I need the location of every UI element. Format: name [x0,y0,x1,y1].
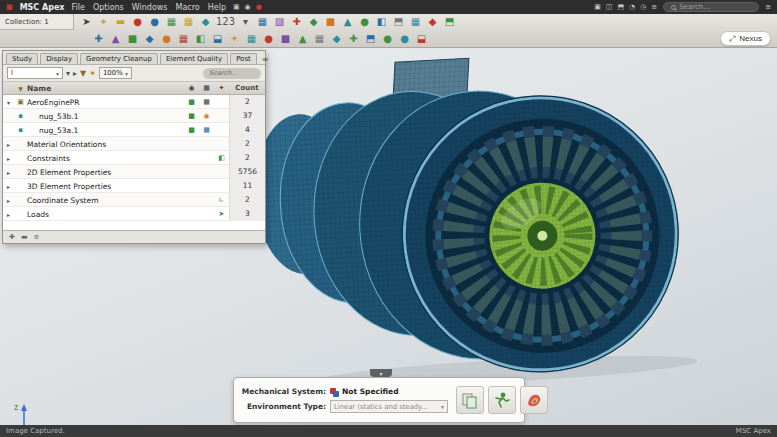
menu-item[interactable]: Windows [132,3,168,12]
numbering-tool-label[interactable]: 123 [216,15,235,29]
blue-box-icon[interactable]: ⬓ [211,32,224,46]
purple-square-icon[interactable]: ■ [279,32,292,46]
green-triangle-icon[interactable]: ▲ [296,32,309,46]
visibility-column-icon[interactable]: ◉ [184,84,199,92]
remove-item-icon[interactable]: ▬ [21,233,28,241]
orange-square-icon[interactable]: ■ [324,15,337,29]
row-badge-1[interactable]: ■ [184,112,199,120]
display-icon[interactable]: ▣ [594,3,601,11]
panel-collapse-handle[interactable]: ▾ [370,369,392,377]
list-icon[interactable]: ≡ [651,3,657,11]
green-diamond-icon[interactable]: ◆ [307,15,320,29]
purple-triangle-icon[interactable]: ▲ [109,32,122,46]
record-icon[interactable]: ● [256,3,262,11]
datum-axes-icon[interactable]: ⌖ [97,15,110,29]
table-row[interactable]: ▸ Coordinate System ∟ 2 [3,193,265,207]
row-expander[interactable]: ▾ [3,99,14,106]
mechanical-system-value[interactable]: Not Specified [342,387,399,396]
row-badge-3[interactable]: ∟ [214,196,229,204]
green-add-icon[interactable]: ✚ [347,32,360,46]
plane-tool-icon[interactable]: ▬ [114,15,127,29]
blue-half-icon[interactable]: ◧ [375,15,388,29]
collection-tab[interactable]: Collection: 1 [0,14,74,30]
row-badge-3[interactable]: ◧ [214,154,229,162]
row-expander[interactable]: ▸ [3,183,14,190]
orange-dot-icon[interactable]: ● [160,32,173,46]
clock-icon[interactable]: ◷ [640,3,646,11]
panel-tab[interactable]: Display [40,53,78,64]
panel-tab[interactable]: Element Quality [160,53,228,64]
expand-all-icon[interactable]: ▾ [66,69,70,78]
funnel-icon[interactable]: ▼ [14,85,27,92]
row-badge-2[interactable]: ▦ [199,98,214,106]
filter-icon[interactable]: ▼ [80,69,86,78]
gray-grid-icon[interactable]: ▦ [313,32,326,46]
pin-icon[interactable]: ✦ [89,69,96,78]
render-column-icon[interactable]: ▦ [199,84,214,92]
gray-box-icon[interactable]: ⬒ [392,15,405,29]
row-badge-2[interactable]: ◉ [199,112,214,120]
screenshot-icon[interactable]: ▣ [233,3,240,11]
color-column-icon[interactable]: ✦ [214,84,229,92]
gold-star-icon[interactable]: ✦ [228,32,241,46]
dropdown-caret-icon[interactable]: ▾ [239,15,252,29]
green-half-icon[interactable]: ◧ [194,32,207,46]
menu-item[interactable]: Macro [176,3,200,12]
blue-cube-icon[interactable]: ⬒ [364,32,377,46]
green-dot-icon[interactable]: ● [381,32,394,46]
teal-grid-icon[interactable]: ▦ [409,15,422,29]
yellow-mesh-icon[interactable]: ▦ [182,15,195,29]
menubar-search-input[interactable]: Search... [663,2,759,12]
panel-menu-icon[interactable]: ≡ [259,55,272,64]
blue-point-icon[interactable]: ● [148,15,161,29]
row-badge-3[interactable]: ➤ [214,210,229,218]
panel-search-input[interactable]: Search... [203,68,261,79]
nexus-button[interactable]: ⤢ Nexus [720,31,771,46]
run-analysis-button[interactable] [488,386,516,414]
row-expander[interactable]: ▸ [3,155,14,162]
environment-type-select[interactable]: Linear (statics and steady... ▾ [330,400,448,413]
blue-add-icon[interactable]: ✚ [92,32,105,46]
row-expander[interactable]: ▸ [3,141,14,148]
teal-diamond-icon[interactable]: ◆ [330,32,343,46]
purple-mesh-icon[interactable]: ▨ [273,15,286,29]
menu-item[interactable]: Options [93,3,124,12]
table-row[interactable]: ▸ 3D Element Properties 11 [3,179,265,193]
table-row[interactable]: ▸ 2D Element Properties 5756 [3,165,265,179]
table-row[interactable]: ▸ Loads ➤ 3 [3,207,265,221]
model-filter-select[interactable]: l ▾ [7,67,63,79]
menu-item[interactable]: File [72,3,85,12]
green-mesh-icon[interactable]: ▦ [165,15,178,29]
layout-icon[interactable]: ◫ [606,3,613,11]
count-column-header[interactable]: Count [229,84,265,92]
blue-diamond-icon[interactable]: ◆ [143,32,156,46]
scenario-settings-button[interactable] [456,386,484,414]
green-square-icon[interactable]: ■ [126,32,139,46]
menu-item[interactable]: Help [208,3,226,12]
panel-tab[interactable]: Post [230,53,257,64]
row-badge-1[interactable]: ■ [184,126,199,134]
red-add-icon[interactable]: ✚ [290,15,303,29]
row-expander[interactable]: ▸ [3,169,14,176]
green-cube-icon[interactable]: ⬒ [443,15,456,29]
row-expander[interactable]: ▸ [3,197,14,204]
collapse-all-icon[interactable]: ▸ [73,69,77,78]
red-diamond-icon[interactable]: ◆ [426,15,439,29]
red-grid-icon[interactable]: ▦ [177,32,190,46]
table-row[interactable]: ▸ Material Orientations 2 [3,137,265,151]
teal-mesh-icon[interactable]: ▦ [245,32,258,46]
table-row[interactable]: ▪ nug_53b.1 ■ ◉ 37 [3,109,265,123]
name-column-header[interactable]: Name [27,84,184,93]
panel-tab[interactable]: Geometry Cleanup [80,53,158,64]
pie-icon[interactable]: ◔ [629,3,635,11]
panel-tab[interactable]: Study [6,53,38,64]
teal-prism-icon[interactable]: ◆ [199,15,212,29]
table-row[interactable]: ▸ Constraints ◧ 2 [3,151,265,165]
red-dot-icon[interactable]: ● [262,32,275,46]
red-point-icon[interactable]: ● [131,15,144,29]
zoom-level-select[interactable]: 100% ▾ [99,67,132,79]
results-button[interactable] [520,386,548,414]
more-icon[interactable]: ≡ [765,3,771,11]
row-expander[interactable]: ▸ [3,211,14,218]
camera-icon[interactable]: ◉ [245,3,251,11]
